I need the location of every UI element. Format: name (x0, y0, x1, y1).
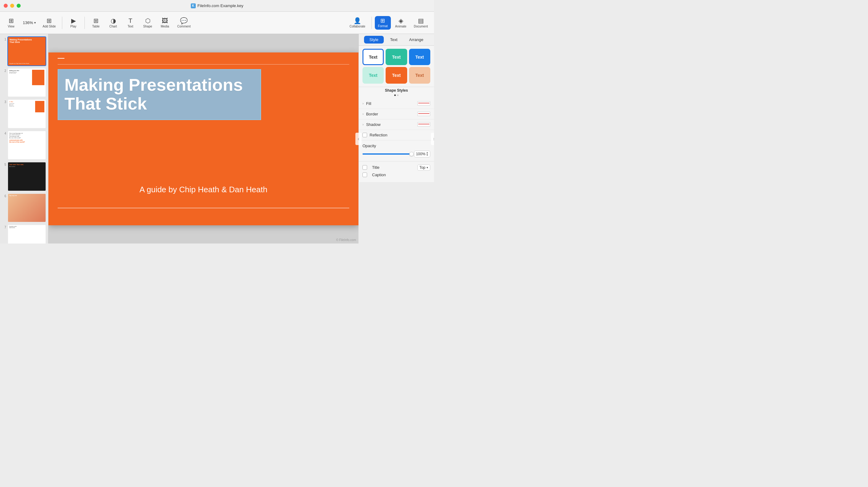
opacity-stepper[interactable]: ▲ ▼ (426, 151, 429, 156)
style-swatch-1[interactable]: Text (363, 49, 384, 65)
style-swatch-2[interactable]: Text (385, 49, 407, 65)
title-checkbox[interactable] (363, 165, 367, 170)
style-swatch-6[interactable]: Text (409, 67, 430, 83)
slide-thumbnail-4[interactable]: How many languages doyou need to know to… (7, 131, 46, 160)
opacity-label: Opacity (363, 144, 430, 148)
play-button[interactable]: ▶ Play (65, 16, 82, 30)
slide-thumbnail-7[interactable]: Examples contentslide text here (7, 224, 46, 244)
slide-number-2: 2 (2, 68, 6, 73)
style-swatches: Text Text Text Text Text Text (359, 46, 434, 87)
border-label: Border (366, 112, 417, 116)
toolbar-sep-1 (62, 17, 62, 29)
caption-label: Caption (372, 173, 430, 177)
chart-label: Chart (110, 25, 117, 28)
slide-thumbnail-5[interactable]: Just one! Your own. More text here (7, 162, 46, 191)
slide-title-box[interactable]: Making Presentations That Stick (58, 69, 261, 120)
slide-subtitle: A guide by Chip Heath & Dan Heath (58, 185, 349, 195)
close-button[interactable] (4, 4, 8, 8)
caption-checkbox[interactable] (363, 173, 367, 177)
reflection-label: Reflection (370, 133, 388, 137)
opacity-value: 100% (416, 152, 425, 156)
comment-button[interactable]: 💬 Comment (174, 16, 193, 30)
slide-dash (58, 58, 64, 59)
slide-thumbnail-6[interactable]: Flags image slide (7, 193, 46, 223)
view-label: View (8, 25, 14, 28)
slide-thumb-row-2: 2 Selling your idea Some text here forth… (2, 68, 46, 97)
toolbar: ⊞ View 136% ▾ ⊞ Add Slide ▶ Play ⊞ Table… (0, 12, 434, 34)
window-controls (4, 4, 21, 8)
chart-icon: ◑ (111, 18, 116, 24)
opacity-slider[interactable] (363, 153, 411, 154)
table-label: Table (92, 25, 99, 28)
border-value (417, 112, 430, 116)
style-swatch-3[interactable]: Text (409, 49, 430, 65)
copyright-text: © FileInfo.com (336, 238, 356, 242)
tab-style[interactable]: Style (364, 36, 384, 44)
shadow-color-preview (417, 122, 430, 126)
slide-thumbnail-2[interactable]: Selling your idea Some text here forthe … (7, 68, 46, 97)
title-caption-section: Title Top ▾ Caption (359, 162, 434, 182)
border-row[interactable]: › Border (359, 109, 434, 119)
slide-thumb-row-7: 7 Examples contentslide text here (2, 224, 46, 244)
view-icon: ⊞ (9, 18, 14, 24)
title-position-value: Top (420, 165, 425, 170)
table-icon: ⊞ (93, 18, 99, 24)
shape-styles-label: Shape Styles (359, 87, 434, 94)
style-swatch-5[interactable]: Text (385, 67, 407, 83)
format-button[interactable]: ⊞ Format (375, 16, 391, 30)
border-chevron-icon: › (363, 112, 364, 116)
slide-thumbnail-3[interactable]: 1. Idea Content textMore textDetails her… (7, 99, 46, 129)
slide-thumb-row-1: 1 Making PresentationsThat Stick A guide… (2, 36, 46, 66)
swatch-3-label: Text (415, 55, 424, 60)
slide-thumb-row-3: 3 1. Idea Content textMore textDetails h… (2, 99, 46, 129)
chevron-left-icon: ‹ (358, 136, 359, 142)
opacity-row: 100% ▲ ▼ (363, 151, 430, 157)
add-slide-button[interactable]: ⊞ Add Slide (39, 16, 59, 30)
title-label: Title (372, 165, 415, 170)
panel-nav-right[interactable]: › (431, 133, 434, 145)
view-button[interactable]: ⊞ View (3, 16, 19, 30)
tab-arrange[interactable]: Arrange (403, 36, 429, 44)
text-label: Text (128, 25, 133, 28)
swatch-4-label: Text (369, 73, 378, 78)
text-button[interactable]: T Text (122, 16, 138, 30)
slide-bottom-line (58, 208, 349, 208)
fill-value (417, 101, 430, 106)
shape-styles-dots (359, 94, 434, 98)
titlebar: K FileInfo.com Example.key (0, 0, 434, 12)
chart-button[interactable]: ◑ Chart (105, 16, 121, 30)
media-button[interactable]: 🖼 Media (157, 16, 173, 30)
animate-button[interactable]: ◈ Animate (392, 16, 410, 30)
maximize-button[interactable] (17, 4, 21, 8)
fill-row[interactable]: › Fill (359, 98, 434, 109)
panel-nav-left[interactable]: ‹ (355, 133, 362, 145)
opacity-slider-thumb[interactable] (409, 152, 414, 156)
reflection-row: Reflection (359, 130, 434, 140)
title-position-dropdown[interactable]: Top ▾ (417, 165, 430, 171)
slide-top-line (58, 64, 349, 65)
document-icon: ▤ (418, 18, 424, 24)
stepper-down-icon[interactable]: ▼ (426, 154, 429, 156)
reflection-checkbox[interactable] (363, 133, 367, 137)
zoom-control[interactable]: 136% ▾ (20, 19, 38, 26)
slide-thumbnail-1[interactable]: Making PresentationsThat Stick A guide b… (7, 36, 46, 66)
fill-label: Fill (366, 101, 417, 106)
chevron-right-icon: › (433, 136, 434, 142)
dot-2 (397, 94, 399, 96)
border-color-preview (417, 112, 430, 116)
table-button[interactable]: ⊞ Table (88, 16, 104, 30)
shape-button[interactable]: ⬡ Shape (140, 16, 156, 30)
minimize-button[interactable] (10, 4, 14, 8)
swatch-2-label: Text (392, 55, 401, 60)
canvas-area: Making Presentations That Stick A guide … (49, 34, 359, 244)
add-slide-label: Add Slide (42, 25, 56, 28)
style-swatch-4[interactable]: Text (363, 67, 384, 83)
slide-number-7: 7 (2, 224, 6, 229)
slide-thumb-row-5: 5 Just one! Your own. More text here (2, 162, 46, 191)
document-button[interactable]: ▤ Document (410, 16, 431, 30)
tab-text[interactable]: Text (384, 36, 403, 44)
shadow-row[interactable]: › Shadow (359, 119, 434, 130)
slide-number-6: 6 (2, 193, 6, 198)
dot-1 (394, 94, 396, 96)
collaborate-button[interactable]: 👤 Collaborate (346, 16, 368, 30)
